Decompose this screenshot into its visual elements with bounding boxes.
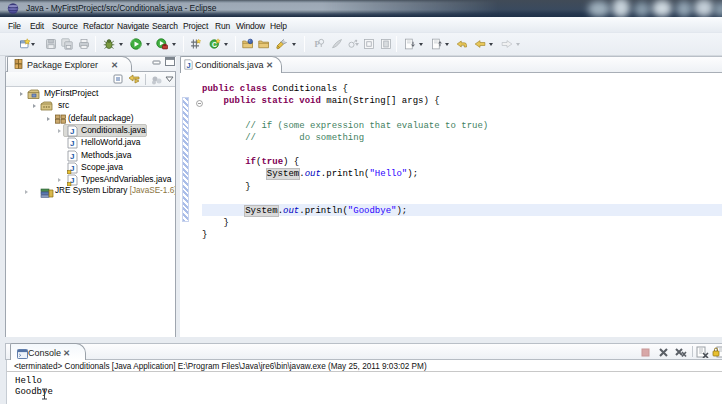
svg-text:C: C [212,41,217,48]
svg-text:J: J [70,139,74,148]
svg-text:J: J [70,152,74,161]
svg-text:J: J [186,61,190,70]
svg-text:J: J [70,127,74,136]
